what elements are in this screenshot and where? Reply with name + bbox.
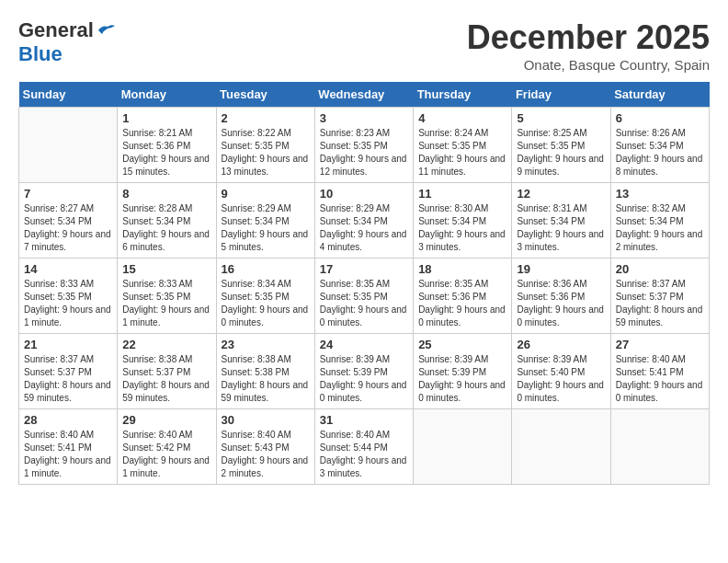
day-info: Sunrise: 8:38 AMSunset: 5:37 PMDaylight:… [122,353,210,405]
calendar-cell: 20Sunrise: 8:37 AMSunset: 5:37 PMDayligh… [610,259,709,334]
calendar-cell: 31Sunrise: 8:40 AMSunset: 5:44 PMDayligh… [314,409,413,485]
day-number: 30 [222,413,310,427]
day-number: 6 [616,111,704,125]
week-row-2: 7Sunrise: 8:27 AMSunset: 5:34 PMDaylight… [19,183,710,259]
logo-bird-icon [97,23,117,38]
day-number: 9 [222,187,310,201]
day-number: 13 [616,187,704,201]
weekday-header-wednesday: Wednesday [314,82,413,108]
calendar-cell: 9Sunrise: 8:29 AMSunset: 5:34 PMDaylight… [216,183,314,259]
calendar-cell: 3Sunrise: 8:23 AMSunset: 5:35 PMDaylight… [314,108,413,183]
calendar-cell: 10Sunrise: 8:29 AMSunset: 5:34 PMDayligh… [314,183,413,259]
day-info: Sunrise: 8:37 AMSunset: 5:37 PMDaylight:… [24,353,112,405]
day-number: 31 [320,413,408,427]
day-number: 21 [24,338,112,351]
day-info: Sunrise: 8:38 AMSunset: 5:38 PMDaylight:… [222,353,310,405]
calendar-cell: 8Sunrise: 8:28 AMSunset: 5:34 PMDaylight… [118,183,216,259]
day-info: Sunrise: 8:23 AMSunset: 5:35 PMDaylight:… [320,127,408,178]
day-info: Sunrise: 8:28 AMSunset: 5:34 PMDaylight:… [122,202,210,254]
calendar-cell: 6Sunrise: 8:26 AMSunset: 5:34 PMDaylight… [610,108,709,183]
day-number: 7 [24,187,112,201]
calendar-cell: 21Sunrise: 8:37 AMSunset: 5:37 PMDayligh… [19,334,118,409]
calendar-cell: 23Sunrise: 8:38 AMSunset: 5:38 PMDayligh… [216,334,314,409]
day-info: Sunrise: 8:33 AMSunset: 5:35 PMDaylight:… [122,278,210,329]
day-number: 17 [320,262,408,276]
calendar-cell: 11Sunrise: 8:30 AMSunset: 5:34 PMDayligh… [414,183,512,259]
day-number: 20 [616,262,704,276]
day-info: Sunrise: 8:40 AMSunset: 5:44 PMDaylight:… [320,429,408,480]
calendar-cell [512,409,610,485]
calendar-cell [414,409,512,485]
calendar-cell: 18Sunrise: 8:35 AMSunset: 5:36 PMDayligh… [414,259,512,334]
day-info: Sunrise: 8:32 AMSunset: 5:34 PMDaylight:… [616,202,704,254]
day-number: 14 [24,262,112,276]
day-number: 5 [517,111,605,125]
calendar-table: SundayMondayTuesdayWednesdayThursdayFrid… [18,82,710,485]
day-info: Sunrise: 8:40 AMSunset: 5:41 PMDaylight:… [616,353,704,405]
day-number: 16 [222,262,310,276]
day-info: Sunrise: 8:35 AMSunset: 5:36 PMDaylight:… [418,278,506,329]
day-number: 22 [122,338,210,351]
calendar-cell: 4Sunrise: 8:24 AMSunset: 5:35 PMDaylight… [414,108,512,183]
calendar-cell: 1Sunrise: 8:21 AMSunset: 5:36 PMDaylight… [118,108,216,183]
day-number: 18 [418,262,506,276]
calendar-cell: 25Sunrise: 8:39 AMSunset: 5:39 PMDayligh… [414,334,512,409]
weekday-header-tuesday: Tuesday [216,82,314,108]
day-number: 26 [517,338,605,351]
day-number: 11 [418,187,506,201]
day-info: Sunrise: 8:39 AMSunset: 5:40 PMDaylight:… [517,353,605,405]
day-number: 27 [616,338,704,351]
week-row-1: 1Sunrise: 8:21 AMSunset: 5:36 PMDaylight… [19,108,710,183]
calendar-cell: 2Sunrise: 8:22 AMSunset: 5:35 PMDaylight… [216,108,314,183]
day-number: 29 [122,413,210,427]
calendar-cell: 22Sunrise: 8:38 AMSunset: 5:37 PMDayligh… [118,334,216,409]
calendar-cell: 5Sunrise: 8:25 AMSunset: 5:35 PMDaylight… [512,108,610,183]
calendar-cell: 17Sunrise: 8:35 AMSunset: 5:35 PMDayligh… [314,259,413,334]
logo-blue-text: Blue [18,42,63,65]
day-number: 28 [24,413,112,427]
day-info: Sunrise: 8:40 AMSunset: 5:42 PMDaylight:… [122,429,210,480]
day-number: 1 [122,111,210,125]
day-info: Sunrise: 8:29 AMSunset: 5:34 PMDaylight:… [222,202,310,254]
day-number: 4 [418,111,506,125]
day-info: Sunrise: 8:36 AMSunset: 5:36 PMDaylight:… [517,278,605,329]
week-row-3: 14Sunrise: 8:33 AMSunset: 5:35 PMDayligh… [19,259,710,334]
day-info: Sunrise: 8:29 AMSunset: 5:34 PMDaylight:… [320,202,408,254]
calendar-cell: 19Sunrise: 8:36 AMSunset: 5:36 PMDayligh… [512,259,610,334]
day-number: 25 [418,338,506,351]
week-row-4: 21Sunrise: 8:37 AMSunset: 5:37 PMDayligh… [19,334,710,409]
week-row-5: 28Sunrise: 8:40 AMSunset: 5:41 PMDayligh… [19,409,710,485]
calendar-cell: 24Sunrise: 8:39 AMSunset: 5:39 PMDayligh… [314,334,413,409]
day-number: 10 [320,187,408,201]
page-header: General Blue December 2025 Onate, Basque… [18,18,710,73]
weekday-header-sunday: Sunday [19,82,118,108]
calendar-cell: 14Sunrise: 8:33 AMSunset: 5:35 PMDayligh… [19,259,118,334]
calendar-title-area: December 2025 Onate, Basque Country, Spa… [467,18,710,73]
day-info: Sunrise: 8:24 AMSunset: 5:35 PMDaylight:… [418,127,506,178]
day-info: Sunrise: 8:34 AMSunset: 5:35 PMDaylight:… [222,278,310,329]
calendar-cell: 12Sunrise: 8:31 AMSunset: 5:34 PMDayligh… [512,183,610,259]
day-number: 12 [517,187,605,201]
month-title: December 2025 [467,18,710,57]
calendar-cell: 29Sunrise: 8:40 AMSunset: 5:42 PMDayligh… [118,409,216,485]
day-info: Sunrise: 8:21 AMSunset: 5:36 PMDaylight:… [122,127,210,178]
logo: General Blue [18,18,117,66]
calendar-cell: 7Sunrise: 8:27 AMSunset: 5:34 PMDaylight… [19,183,118,259]
calendar-cell: 26Sunrise: 8:39 AMSunset: 5:40 PMDayligh… [512,334,610,409]
day-info: Sunrise: 8:31 AMSunset: 5:34 PMDaylight:… [517,202,605,254]
calendar-header-row: SundayMondayTuesdayWednesdayThursdayFrid… [19,82,710,108]
day-info: Sunrise: 8:26 AMSunset: 5:34 PMDaylight:… [616,127,704,178]
weekday-header-monday: Monday [118,82,216,108]
logo-text: General [18,18,94,42]
day-number: 3 [320,111,408,125]
day-number: 24 [320,338,408,351]
day-number: 2 [222,111,310,125]
calendar-cell: 15Sunrise: 8:33 AMSunset: 5:35 PMDayligh… [118,259,216,334]
day-info: Sunrise: 8:30 AMSunset: 5:34 PMDaylight:… [418,202,506,254]
calendar-cell: 27Sunrise: 8:40 AMSunset: 5:41 PMDayligh… [610,334,709,409]
location-subtitle: Onate, Basque Country, Spain [467,57,710,73]
day-number: 23 [222,338,310,351]
day-info: Sunrise: 8:22 AMSunset: 5:35 PMDaylight:… [222,127,310,178]
day-info: Sunrise: 8:40 AMSunset: 5:43 PMDaylight:… [222,429,310,480]
day-number: 15 [122,262,210,276]
